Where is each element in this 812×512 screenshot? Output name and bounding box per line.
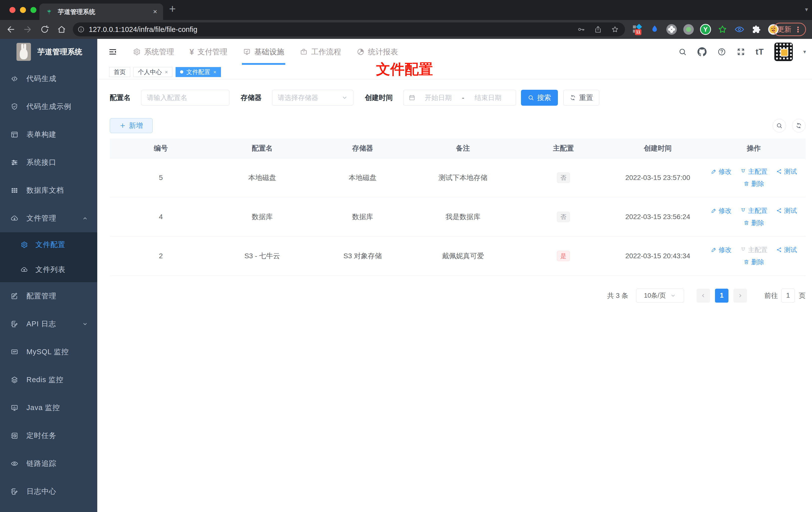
topnav-item-system[interactable]: 系统管理 — [133, 39, 174, 65]
create-time-range-picker[interactable]: 开始日期 - 结束日期 — [403, 90, 516, 106]
pagination-total: 共 3 条 — [607, 291, 628, 300]
sidebar-item-form-builder[interactable]: 表单构建 — [0, 121, 97, 149]
sidebar-item-code-example[interactable]: 代码生成示例 — [0, 93, 97, 121]
add-button[interactable]: 新增 — [110, 118, 153, 133]
sidebar-collapse-icon[interactable] — [108, 48, 117, 56]
tag-close-icon[interactable]: × — [165, 69, 168, 75]
topnav-item-payment[interactable]: ¥ 支付管理 — [190, 39, 227, 65]
refresh-table-button[interactable] — [792, 119, 806, 132]
file-config-table: 编号 配置名 存储器 备注 主配置 创建时间 操作 5 本地磁盘 — [110, 139, 806, 276]
delete-link[interactable]: 删除 — [744, 179, 764, 188]
tag-close-icon[interactable]: × — [213, 69, 216, 75]
sidebar-item-trace[interactable]: 链路追踪 — [0, 450, 97, 478]
bookmark-star-icon[interactable] — [611, 25, 619, 33]
sidebar-item-scheduled-task[interactable]: 定时任务 — [0, 422, 97, 450]
delete-link[interactable]: 删除 — [744, 219, 764, 227]
address-bar[interactable]: 127.0.0.1:1024/infra/file/file-config — [73, 23, 625, 36]
sidebar-item-java-monitor[interactable]: Java 监控 — [0, 394, 97, 422]
extension-drop-icon[interactable] — [649, 24, 660, 35]
show-search-button[interactable] — [773, 119, 786, 132]
test-link[interactable]: 测试 — [776, 245, 797, 254]
edit-link[interactable]: 修改 — [711, 206, 732, 215]
page-number-current[interactable]: 1 — [715, 289, 728, 303]
sidebar-item-code-generation[interactable]: 代码生成 — [0, 65, 97, 93]
extensions-puzzle-icon[interactable] — [751, 24, 762, 35]
page-size-select[interactable]: 10条/页 — [636, 289, 684, 303]
zoom-window-button[interactable] — [30, 7, 36, 13]
fullscreen-icon[interactable] — [737, 48, 745, 56]
cell-storage: 本地磁盘 — [313, 158, 413, 197]
avatar-caret-down-icon[interactable]: ▾ — [803, 49, 806, 55]
search-icon[interactable] — [678, 48, 687, 56]
master-config-link[interactable]: 主配置 — [740, 167, 767, 176]
goto-page-input[interactable] — [781, 289, 795, 303]
edit-link[interactable]: 修改 — [711, 167, 732, 176]
extension-clover-icon[interactable] — [666, 24, 677, 35]
tab-search-caret-icon[interactable]: ▾ — [805, 6, 808, 13]
close-window-button[interactable] — [9, 7, 16, 13]
start-date-placeholder[interactable]: 开始日期 — [415, 93, 461, 102]
chrome-update-button[interactable]: 更新 ⋮ — [773, 23, 806, 36]
github-icon[interactable] — [697, 47, 707, 57]
sidebar-item-mysql-monitor[interactable]: MySQL 监控 — [0, 338, 97, 366]
sidebar-item-api-log[interactable]: API 日志 — [0, 310, 97, 338]
font-size-icon[interactable]: tT — [756, 47, 764, 57]
extension-dot-icon[interactable] — [683, 24, 694, 35]
extension-grid-diamond-icon[interactable]: 11 — [632, 24, 643, 35]
password-key-icon[interactable] — [577, 25, 585, 33]
tag-profile[interactable]: 个人中心 × — [134, 67, 172, 77]
extension-eye-icon[interactable] — [734, 24, 745, 35]
browser-menu-kebab-icon[interactable]: ⋮ — [794, 25, 802, 34]
page-size-value: 10条/页 — [644, 291, 666, 300]
config-name-input[interactable] — [141, 90, 229, 106]
table-filled-icon — [10, 186, 19, 194]
minimize-window-button[interactable] — [20, 7, 26, 13]
sidebar-item-config-management[interactable]: 配置管理 — [0, 282, 97, 310]
monitor-check-icon — [243, 48, 251, 56]
prev-page-button[interactable] — [697, 289, 710, 303]
sidebar-item-file-management[interactable]: 文件管理 — [0, 204, 97, 232]
extension-star-icon[interactable] — [717, 24, 728, 35]
topnav-label: 基础设施 — [254, 47, 284, 57]
tag-home[interactable]: 首页 — [109, 67, 130, 77]
user-avatar[interactable] — [774, 42, 793, 61]
topnav-item-infrastructure[interactable]: 基础设施 — [243, 39, 284, 65]
topnav-item-workflow[interactable]: 工作流程 — [300, 39, 341, 65]
sidebar-item-db-doc[interactable]: 数据库文档 — [0, 177, 97, 204]
sidebar-item-file-config[interactable]: 文件配置 — [0, 232, 97, 257]
next-page-button[interactable] — [733, 289, 747, 303]
delete-link[interactable]: 删除 — [744, 258, 764, 267]
storage-select[interactable]: 请选择存储器 — [272, 90, 353, 106]
master-config-link[interactable]: 主配置 — [740, 206, 767, 215]
extension-y-icon[interactable]: Y — [700, 24, 711, 35]
site-info-icon[interactable] — [77, 26, 85, 33]
home-button[interactable] — [57, 25, 66, 34]
share-node-icon — [776, 208, 782, 214]
reload-button[interactable] — [40, 25, 49, 34]
reset-button[interactable]: 重置 — [563, 90, 599, 106]
sidebar-item-redis-monitor[interactable]: Redis 监控 — [0, 366, 97, 394]
test-link[interactable]: 测试 — [776, 206, 797, 215]
share-icon[interactable] — [594, 25, 602, 33]
help-question-icon[interactable] — [717, 48, 726, 56]
test-link[interactable]: 测试 — [776, 167, 797, 176]
tag-file-config[interactable]: 文件配置 × — [176, 67, 221, 77]
browser-tab[interactable]: 芋道管理系统 × — [39, 3, 163, 20]
new-tab-button[interactable]: + — [169, 2, 176, 16]
end-date-placeholder[interactable]: 结束日期 — [465, 93, 511, 102]
app-logo[interactable]: 芋道管理系统 — [0, 39, 97, 65]
tab-close-icon[interactable]: × — [153, 8, 157, 15]
sidebar-item-file-list[interactable]: 文件列表 — [0, 257, 97, 282]
forward-button[interactable] — [23, 25, 32, 34]
chevron-down-icon — [341, 94, 348, 101]
sidebar-item-log-center[interactable]: 日志中心 — [0, 478, 97, 506]
sidebar-item-label: MySQL 监控 — [26, 347, 69, 357]
chart-monitor-icon — [10, 348, 19, 356]
chevron-down-icon — [670, 292, 676, 299]
url-text[interactable]: 127.0.0.1:1024/infra/file/file-config — [89, 25, 577, 34]
back-button[interactable] — [6, 25, 16, 34]
search-button[interactable]: 搜索 — [521, 90, 558, 106]
edit-link[interactable]: 修改 — [711, 245, 732, 254]
sidebar-item-system-api[interactable]: 系统接口 — [0, 149, 97, 177]
header-id: 编号 — [110, 139, 212, 158]
